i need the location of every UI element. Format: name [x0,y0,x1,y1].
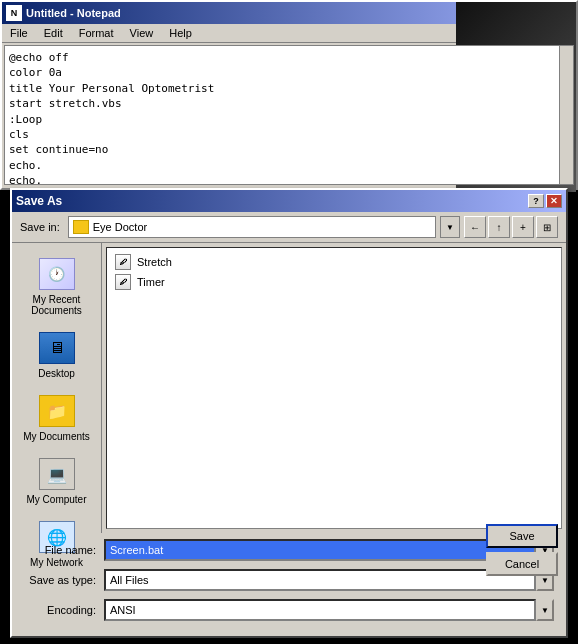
file-bat-icon-timer: 🖊 [115,274,131,290]
sidebar-desktop-label: Desktop [38,368,75,379]
cancel-button[interactable]: Cancel [486,552,558,576]
mydocs-icon [37,393,77,429]
encoding-label: Encoding: [24,604,104,616]
dialog-actions: Save Cancel [486,524,558,576]
sidebar-recent-label: My RecentDocuments [31,294,82,316]
folder-icon [73,220,89,234]
file-list[interactable]: 🖊 Stretch 🖊 Timer [106,247,562,529]
menu-view[interactable]: View [126,26,158,40]
save-button[interactable]: Save [486,524,558,548]
sidebar-item-mydocs[interactable]: My Documents [17,388,97,447]
dialog-help-button[interactable]: ? [528,194,544,208]
dialog-titlebar: Save As ? ✕ [12,190,566,212]
file-item-stretch[interactable]: 🖊 Stretch [111,252,557,272]
encoding-input-container: ▼ [104,599,554,621]
recent-icon [37,256,77,292]
notepad-content[interactable]: @echo off color 0a title Your Personal O… [4,45,574,185]
dialog-toolbar: Save in: Eye Doctor ▼ ← ↑ + ⊞ [12,212,566,243]
dialog-title: Save As [16,194,528,208]
desktop-icon [37,330,77,366]
desktop-icon-shape [39,332,75,364]
filename-input[interactable] [104,539,536,561]
dialog-sidebar: My RecentDocuments Desktop My Documents … [12,243,102,533]
save-in-dropdown-arrow[interactable]: ▼ [440,216,460,238]
recent-icon-shape [39,258,75,290]
file-item-timer[interactable]: 🖊 Timer [111,272,557,292]
sidebar-item-recent[interactable]: My RecentDocuments [17,251,97,321]
nav-back-button[interactable]: ← [464,216,486,238]
nav-views-button[interactable]: ⊞ [536,216,558,238]
sidebar-mycomp-label: My Computer [26,494,86,505]
current-folder-text: Eye Doctor [93,221,147,233]
mydocs-icon-shape [39,395,75,427]
file-name-stretch: Stretch [137,256,172,268]
sidebar-mydocs-label: My Documents [23,431,90,442]
filename-label: File name: [24,544,104,556]
dialog-titlebar-buttons: ? ✕ [528,194,562,208]
save-in-label: Save in: [20,221,60,233]
notepad-window: N Untitled - Notepad _ □ ✕ File Edit For… [0,0,578,190]
notepad-scrollbar[interactable] [559,46,573,184]
menu-edit[interactable]: Edit [40,26,67,40]
save-as-dialog: Save As ? ✕ Save in: Eye Doctor ▼ ← ↑ + … [10,188,568,638]
nav-up-button[interactable]: ↑ [488,216,510,238]
dialog-bottom: File name: ▼ Save as type: ▼ Encoding: ▼ [12,533,566,631]
filename-row: File name: ▼ [24,537,554,563]
file-name-timer: Timer [137,276,165,288]
menu-file[interactable]: File [6,26,32,40]
notepad-title: Untitled - Notepad [26,7,520,19]
menu-help[interactable]: Help [165,26,196,40]
file-bat-icon-stretch: 🖊 [115,254,131,270]
mycomp-icon [37,456,77,492]
savetype-label: Save as type: [24,574,104,586]
sidebar-item-desktop[interactable]: Desktop [17,325,97,384]
savetype-row: Save as type: ▼ [24,567,554,593]
encoding-row: Encoding: ▼ [24,597,554,623]
toolbar-nav-buttons: ← ↑ + ⊞ [464,216,558,238]
sidebar-item-mycomp[interactable]: My Computer [17,451,97,510]
notepad-icon: N [6,5,22,21]
encoding-dropdown-arrow[interactable]: ▼ [536,599,554,621]
dialog-close-button[interactable]: ✕ [546,194,562,208]
nav-new-folder-button[interactable]: + [512,216,534,238]
dialog-main: My RecentDocuments Desktop My Documents … [12,243,566,533]
savetype-input[interactable] [104,569,536,591]
notepad-text: @echo off color 0a title Your Personal O… [9,50,569,185]
encoding-input[interactable] [104,599,536,621]
mycomp-icon-shape [39,458,75,490]
save-in-dropdown[interactable]: Eye Doctor [68,216,436,238]
menu-format[interactable]: Format [75,26,118,40]
sidebar-mynetwork-label: My Network [30,557,83,568]
